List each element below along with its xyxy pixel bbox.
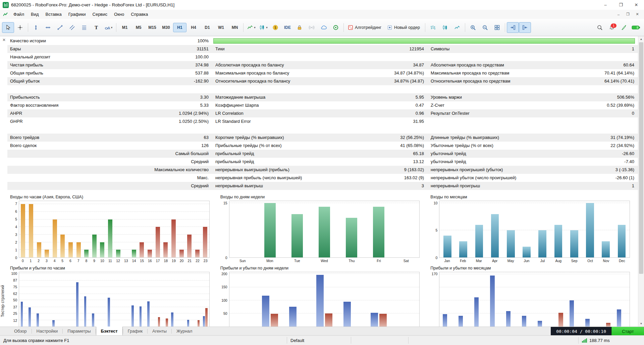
close-button[interactable]: ✕	[629, 0, 644, 10]
y-tick-label: 25	[13, 311, 17, 315]
window-title: 68200025 - RoboForex-Pro: Демо-счет - He…	[11, 2, 174, 7]
menu-item[interactable]: Вставка	[42, 10, 65, 19]
menu-item[interactable]: Сервис	[89, 10, 111, 19]
start-button[interactable]: Старт	[611, 327, 644, 336]
trendline-tool-button[interactable]	[54, 22, 66, 33]
x-tick-label: 16	[146, 258, 154, 263]
tester-tab[interactable]: Бэктест	[96, 327, 123, 336]
timeframe-button-mn[interactable]: MN	[228, 23, 241, 32]
status-profile[interactable]: Default	[287, 336, 351, 345]
loss-bar	[558, 313, 563, 327]
x-tick-label: 10	[98, 258, 106, 263]
tester-tab[interactable]: Параметры	[63, 327, 95, 336]
report-value: 121954	[354, 45, 428, 53]
report-row: Чистая прибыль374.98Абсолютная просадка …	[7, 61, 638, 69]
report-value: 100.00	[138, 53, 213, 61]
community-icon-button[interactable]	[330, 22, 342, 33]
tile-windows-button[interactable]	[491, 22, 503, 33]
menu-item[interactable]: Окно	[111, 10, 127, 19]
scrollbar-thumb[interactable]	[639, 42, 643, 274]
timeframe-button-m30[interactable]: M30	[159, 23, 173, 32]
child-minimize-button[interactable]: –	[614, 11, 623, 18]
bar	[507, 230, 515, 257]
report-row: AHPR1.0294 (2.94%)LR Correlation0.96Резу…	[7, 109, 638, 117]
x-tick-label: 6	[66, 258, 74, 263]
timeframe-button-m1[interactable]: M1	[118, 23, 131, 32]
chart-title: Входы по часам (Азия, Европа, США)	[9, 195, 210, 201]
profit-bar	[289, 307, 297, 327]
ide-button[interactable]: IDE	[281, 22, 293, 33]
report-spacer-row	[7, 126, 638, 134]
tester-tab[interactable]: График	[123, 327, 147, 336]
shapes-tool-dropdown[interactable]: ▾	[102, 22, 114, 33]
cloud-icon-button[interactable]	[318, 22, 330, 33]
new-order-icon	[387, 25, 392, 30]
text-tool-button[interactable]: T	[90, 22, 102, 33]
bar	[346, 218, 357, 257]
status-connection[interactable]: 188.77 ms	[579, 336, 644, 345]
toolbar-separator	[116, 23, 116, 32]
scroll-down-arrow[interactable]: ▼	[638, 321, 644, 327]
symbols-button[interactable]: $	[269, 22, 281, 33]
x-tick-label: 3	[43, 258, 51, 263]
search-button[interactable]	[594, 22, 606, 33]
bar	[459, 241, 467, 257]
report-label: прибыльный трейд	[213, 150, 354, 158]
menu-item[interactable]: Вид	[28, 10, 42, 19]
timeframe-button-h4[interactable]: H4	[187, 23, 200, 32]
channel-tool-button[interactable]	[66, 22, 78, 33]
menu-item[interactable]: Графики	[65, 10, 89, 19]
y-tick-label: 5	[435, 228, 437, 232]
bar	[92, 235, 97, 257]
timeframe-button-w1[interactable]: W1	[214, 23, 228, 32]
new-order-button[interactable]: Новый ордер	[385, 22, 423, 33]
zoom-in-button[interactable]	[467, 22, 479, 33]
tester-tab[interactable]: Обзор	[9, 327, 32, 336]
candles-mode-button[interactable]	[439, 22, 451, 33]
objects-dropdown[interactable]: ▾	[257, 22, 269, 33]
timeframe-button-m5[interactable]: M5	[132, 23, 145, 32]
tester-tab[interactable]: Журнал	[172, 327, 197, 336]
menu-item[interactable]: Файл	[10, 10, 28, 19]
timeframe-button-d1[interactable]: D1	[201, 23, 214, 32]
dock-panel-left-button[interactable]	[519, 22, 531, 33]
minimize-button[interactable]: –	[598, 0, 613, 10]
child-restore-button[interactable]: ❐	[623, 11, 633, 18]
tester-close-button[interactable]: ✕	[2, 38, 6, 42]
scroll-up-arrow[interactable]: ▲	[638, 36, 644, 42]
dock-panel-right-button[interactable]	[507, 22, 519, 33]
fibonacci-tool-button[interactable]	[78, 22, 90, 33]
indicators-dropdown[interactable]: ▾	[245, 22, 257, 33]
line-mode-button[interactable]	[451, 22, 463, 33]
tester-tab[interactable]: Настройки	[32, 327, 63, 336]
bars-mode-button[interactable]	[427, 22, 439, 33]
report-value: 3 (-15.36)	[562, 166, 638, 174]
report-label: Всего трейдов	[7, 134, 138, 142]
restore-button[interactable]: ❐	[613, 0, 629, 10]
chart-title: Входы по месяцам	[429, 195, 630, 201]
report-value: -26.60	[562, 150, 638, 158]
timeframe-button-m15[interactable]: M15	[146, 23, 159, 32]
notifications-button[interactable]: 1	[606, 22, 618, 33]
horizontal-line-tool-button[interactable]	[42, 22, 54, 33]
bar	[108, 219, 112, 258]
algo-trading-button[interactable]: Алготрейдинг	[345, 22, 385, 33]
report-label: LR Correlation	[213, 109, 354, 117]
vertical-line-tool-button[interactable]	[30, 22, 42, 33]
crosshair-tool-button[interactable]	[14, 22, 26, 33]
vertical-scrollbar[interactable]: ▲ ▼	[638, 36, 644, 327]
zoom-out-button[interactable]	[479, 22, 491, 33]
report-label: Матожидание выигрыша	[213, 93, 354, 101]
cursor-tool-button[interactable]	[2, 22, 14, 33]
report-row: Макс.непрерывная прибыль (число выигрыше…	[7, 174, 638, 182]
signals-icon-button[interactable]	[306, 22, 318, 33]
tester-tab[interactable]: Агенты	[148, 327, 171, 336]
menu-item[interactable]: Справка	[127, 10, 151, 19]
lock-icon-button[interactable]	[293, 22, 306, 33]
child-close-button[interactable]: ✕	[633, 11, 642, 18]
levels-button[interactable]	[618, 22, 630, 33]
app-icon	[3, 2, 9, 8]
x-tick-label: Mon	[256, 258, 283, 263]
tester-side-label: Тестер стратегий	[0, 285, 5, 317]
timeframe-button-h1[interactable]: H1	[173, 23, 186, 32]
